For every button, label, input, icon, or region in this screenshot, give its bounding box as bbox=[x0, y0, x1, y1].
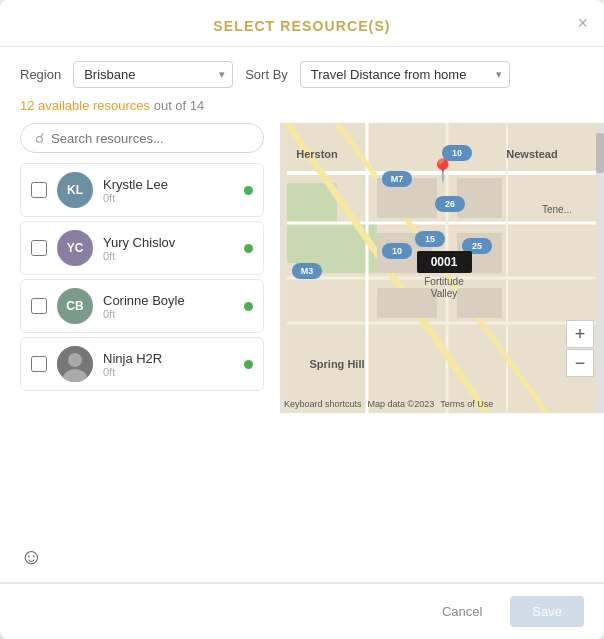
svg-rect-21 bbox=[457, 288, 502, 318]
bottom-section: ☺ Cancel Save bbox=[0, 532, 604, 639]
available-outof: out of 14 bbox=[150, 98, 204, 113]
svg-text:10: 10 bbox=[452, 148, 462, 158]
zoom-out-button[interactable]: − bbox=[566, 349, 594, 377]
search-box: ☌ bbox=[20, 123, 264, 153]
avatar: YC bbox=[57, 230, 93, 266]
resource-name: Krystle Lee bbox=[103, 177, 234, 192]
map-panel: 10 M7 26 M3 10 15 25 Newstead Herston bbox=[280, 123, 604, 532]
svg-text:Newstead: Newstead bbox=[506, 148, 557, 160]
resource-list: KL Krystle Lee 0ft YC Yury Chislov 0ft bbox=[20, 163, 264, 391]
list-item[interactable]: Ninja H2R 0ft bbox=[20, 337, 264, 391]
search-input[interactable] bbox=[51, 131, 249, 146]
region-label: Region bbox=[20, 67, 61, 82]
resource-distance: 0ft bbox=[103, 250, 234, 262]
svg-text:Fortitude: Fortitude bbox=[424, 276, 464, 287]
close-button[interactable]: × bbox=[577, 14, 588, 32]
resource-distance: 0ft bbox=[103, 366, 234, 378]
resource-name: Ninja H2R bbox=[103, 351, 234, 366]
save-button[interactable]: Save bbox=[510, 596, 584, 627]
svg-text:M7: M7 bbox=[391, 174, 404, 184]
list-item[interactable]: KL Krystle Lee 0ft bbox=[20, 163, 264, 217]
svg-text:26: 26 bbox=[445, 199, 455, 209]
resource-info: Krystle Lee 0ft bbox=[103, 177, 234, 204]
svg-text:M3: M3 bbox=[301, 266, 314, 276]
filters-bar: Region Brisbane ▾ Sort By Travel Distanc… bbox=[0, 47, 604, 96]
svg-text:Valley: Valley bbox=[431, 288, 458, 299]
map-copyright: Map data ©2023 bbox=[368, 399, 435, 409]
search-icon: ☌ bbox=[35, 130, 44, 146]
map-scrollbar-thumb bbox=[596, 133, 604, 173]
map-container: 10 M7 26 M3 10 15 25 Newstead Herston bbox=[280, 123, 604, 413]
svg-text:Spring Hill: Spring Hill bbox=[310, 358, 365, 370]
select-resources-modal: SELECT RESOURCE(S) × Region Brisbane ▾ S… bbox=[0, 0, 604, 639]
svg-point-1 bbox=[68, 353, 82, 367]
resource-status bbox=[244, 186, 253, 195]
modal-footer: Cancel Save bbox=[0, 583, 604, 639]
map-pin: 📍 bbox=[429, 158, 456, 184]
map-attribution: Keyboard shortcuts Map data ©2023 Terms … bbox=[284, 399, 493, 409]
map-terms: Terms of Use bbox=[440, 399, 493, 409]
resource-info: Ninja H2R 0ft bbox=[103, 351, 234, 378]
resource-name: Corinne Boyle bbox=[103, 293, 234, 308]
resource-checkbox-kl[interactable] bbox=[31, 182, 47, 198]
left-panel: ☌ KL Krystle Lee 0ft YC bbox=[0, 123, 280, 532]
resource-status bbox=[244, 302, 253, 311]
resource-distance: 0ft bbox=[103, 192, 234, 204]
avatar bbox=[57, 346, 93, 382]
list-item[interactable]: CB Corinne Boyle 0ft bbox=[20, 279, 264, 333]
resource-checkbox-yc[interactable] bbox=[31, 240, 47, 256]
availability-text: 12 available resources out of 14 bbox=[0, 96, 604, 123]
keyboard-shortcuts: Keyboard shortcuts bbox=[284, 399, 362, 409]
resource-info: Corinne Boyle 0ft bbox=[103, 293, 234, 320]
svg-text:10: 10 bbox=[392, 246, 402, 256]
svg-text:Herston: Herston bbox=[296, 148, 338, 160]
svg-text:15: 15 bbox=[425, 234, 435, 244]
region-select-wrapper: Brisbane ▾ bbox=[73, 61, 233, 88]
resource-status bbox=[244, 360, 253, 369]
svg-rect-20 bbox=[377, 288, 437, 318]
map-scrollbar[interactable] bbox=[596, 123, 604, 413]
resource-checkbox-cb[interactable] bbox=[31, 298, 47, 314]
person-icon: ☺ bbox=[20, 544, 42, 570]
resource-name: Yury Chislov bbox=[103, 235, 234, 250]
region-select[interactable]: Brisbane bbox=[73, 61, 233, 88]
avatar: KL bbox=[57, 172, 93, 208]
footer-left: ☺ bbox=[0, 532, 604, 582]
svg-rect-17 bbox=[457, 178, 502, 218]
resource-status bbox=[244, 244, 253, 253]
sort-label: Sort By bbox=[245, 67, 288, 82]
zoom-in-button[interactable]: + bbox=[566, 320, 594, 348]
sort-select[interactable]: Travel Distance from home Name Availabil… bbox=[300, 61, 510, 88]
cancel-button[interactable]: Cancel bbox=[426, 596, 498, 627]
modal-header: SELECT RESOURCE(S) × bbox=[0, 0, 604, 47]
resource-info: Yury Chislov 0ft bbox=[103, 235, 234, 262]
avatar: CB bbox=[57, 288, 93, 324]
resource-checkbox-nh[interactable] bbox=[31, 356, 47, 372]
list-item[interactable]: YC Yury Chislov 0ft bbox=[20, 221, 264, 275]
svg-text:25: 25 bbox=[472, 241, 482, 251]
modal-title: SELECT RESOURCE(S) bbox=[213, 18, 390, 34]
resource-distance: 0ft bbox=[103, 308, 234, 320]
svg-text:0001: 0001 bbox=[431, 255, 458, 269]
svg-text:Tene...: Tene... bbox=[542, 204, 572, 215]
sort-select-wrapper: Travel Distance from home Name Availabil… bbox=[300, 61, 510, 88]
modal-body: ☌ KL Krystle Lee 0ft YC bbox=[0, 123, 604, 532]
available-count: 12 available resources bbox=[20, 98, 150, 113]
zoom-controls: + − bbox=[566, 320, 594, 377]
